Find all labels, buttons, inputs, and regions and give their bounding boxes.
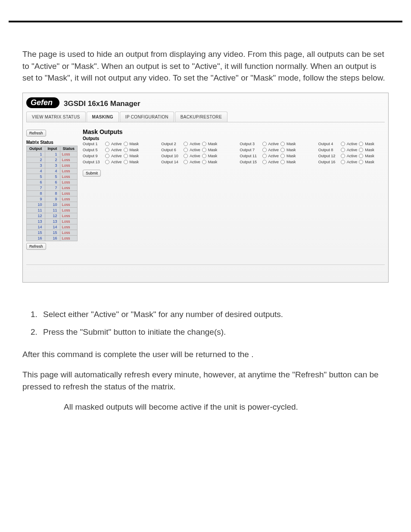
radio-mask[interactable] bbox=[280, 154, 285, 158]
mask-label: Mask bbox=[130, 142, 139, 146]
radio-active[interactable] bbox=[262, 160, 267, 164]
cell-input: 9 bbox=[45, 196, 60, 202]
cell-status: Loss bbox=[60, 207, 78, 213]
output-label: Output 3 bbox=[240, 142, 261, 146]
output-label: Output 7 bbox=[240, 148, 261, 152]
radio-active[interactable] bbox=[341, 148, 345, 152]
radio-active[interactable] bbox=[341, 154, 345, 158]
cell-input: 2 bbox=[45, 157, 60, 162]
radio-active[interactable] bbox=[184, 142, 188, 146]
refresh-button-bottom[interactable]: Refresh bbox=[26, 243, 46, 250]
tab-bar: VIEW MATRIX STATUS MASKING IP CONFIGURAT… bbox=[26, 112, 385, 122]
radio-active[interactable] bbox=[105, 148, 109, 152]
cell-output: 4 bbox=[27, 168, 45, 174]
mask-label: Mask bbox=[365, 148, 374, 152]
active-label: Active bbox=[347, 160, 358, 164]
output-cell: Output 4ActiveMask bbox=[318, 142, 385, 146]
cell-output: 14 bbox=[27, 224, 45, 230]
radio-active[interactable] bbox=[184, 148, 188, 152]
mask-label: Mask bbox=[130, 160, 139, 164]
cell-input: 13 bbox=[45, 218, 60, 224]
radio-active[interactable] bbox=[262, 154, 267, 158]
active-label: Active bbox=[268, 148, 279, 152]
steps-list: Select either "Active" or "Mask" for any… bbox=[22, 308, 389, 338]
col-output: Output bbox=[27, 146, 45, 151]
cell-status: Loss bbox=[60, 162, 78, 168]
cell-output: 1 bbox=[27, 151, 45, 157]
output-cell: Output 9ActiveMask bbox=[83, 154, 149, 158]
radio-mask[interactable] bbox=[124, 148, 128, 152]
after-paragraph: After this command is complete the user … bbox=[22, 348, 389, 361]
table-row: 1515Loss bbox=[27, 230, 78, 235]
output-cell: Output 2ActiveMask bbox=[161, 142, 227, 146]
output-cell: Output 7ActiveMask bbox=[240, 148, 306, 152]
radio-mask[interactable] bbox=[202, 148, 206, 152]
radio-mask[interactable] bbox=[359, 160, 363, 164]
app-title: 3GSDI 16x16 Manager bbox=[64, 100, 140, 108]
cell-output: 11 bbox=[27, 207, 45, 213]
output-cell: Output 6ActiveMask bbox=[161, 148, 227, 152]
output-label: Output 1 bbox=[83, 142, 103, 146]
tab-ip-configuration[interactable]: IP CONFIGURATION bbox=[120, 112, 174, 122]
radio-mask[interactable] bbox=[359, 148, 363, 152]
radio-active[interactable] bbox=[105, 142, 109, 146]
radio-mask[interactable] bbox=[280, 148, 285, 152]
output-label: Output 12 bbox=[318, 154, 339, 158]
radio-active[interactable] bbox=[184, 160, 188, 164]
table-row: 44Loss bbox=[27, 168, 78, 174]
radio-mask[interactable] bbox=[124, 160, 128, 164]
radio-active[interactable] bbox=[105, 154, 109, 158]
cell-status: Loss bbox=[60, 151, 78, 157]
tab-backup-restore[interactable]: BACKUP/RESTORE bbox=[175, 112, 227, 122]
output-cell: Output 15ActiveMask bbox=[240, 160, 306, 164]
radio-mask[interactable] bbox=[202, 160, 206, 164]
radio-active[interactable] bbox=[262, 148, 267, 152]
output-label: Output 16 bbox=[318, 160, 339, 164]
outputs-subtitle: Outputs bbox=[83, 136, 385, 141]
active-label: Active bbox=[190, 142, 200, 146]
radio-mask[interactable] bbox=[124, 142, 128, 146]
radio-mask[interactable] bbox=[359, 142, 363, 146]
mask-label: Mask bbox=[365, 154, 374, 158]
radio-active[interactable] bbox=[105, 160, 109, 164]
table-row: 1414Loss bbox=[27, 224, 78, 230]
active-label: Active bbox=[190, 154, 200, 158]
cell-output: 7 bbox=[27, 185, 45, 190]
output-label: Output 2 bbox=[161, 142, 182, 146]
radio-mask[interactable] bbox=[202, 142, 206, 146]
cell-input: 1 bbox=[45, 151, 60, 157]
active-label: Active bbox=[268, 160, 279, 164]
cell-output: 8 bbox=[27, 190, 45, 196]
col-input: Input bbox=[45, 146, 60, 151]
radio-active[interactable] bbox=[341, 160, 345, 164]
radio-active[interactable] bbox=[184, 154, 188, 158]
submit-button[interactable]: Submit bbox=[83, 170, 101, 177]
output-cell: Output 10ActiveMask bbox=[161, 154, 227, 158]
table-row: 1313Loss bbox=[27, 218, 78, 224]
output-cell: Output 12ActiveMask bbox=[318, 154, 385, 158]
cell-output: 13 bbox=[27, 218, 45, 224]
tab-view-matrix-status[interactable]: VIEW MATRIX STATUS bbox=[26, 112, 86, 122]
output-label: Output 6 bbox=[161, 148, 182, 152]
cell-status: Loss bbox=[60, 157, 78, 162]
radio-active[interactable] bbox=[341, 142, 345, 146]
step-1: Select either "Active" or "Mask" for any… bbox=[40, 308, 389, 320]
output-cell: Output 13ActiveMask bbox=[83, 160, 149, 164]
radio-mask[interactable] bbox=[280, 160, 285, 164]
table-row: 88Loss bbox=[27, 190, 78, 196]
cell-input: 5 bbox=[45, 174, 60, 179]
radio-mask[interactable] bbox=[280, 142, 285, 146]
table-row: 22Loss bbox=[27, 157, 78, 162]
radio-mask[interactable] bbox=[202, 154, 206, 158]
active-label: Active bbox=[111, 160, 122, 164]
tab-masking[interactable]: MASKING bbox=[87, 112, 119, 122]
radio-mask[interactable] bbox=[359, 154, 363, 158]
radio-mask[interactable] bbox=[124, 154, 128, 158]
refresh-button-top[interactable]: Refresh bbox=[26, 130, 46, 137]
cell-input: 14 bbox=[45, 224, 60, 230]
mask-label: Mask bbox=[208, 142, 218, 146]
output-label: Output 8 bbox=[318, 148, 339, 152]
radio-active[interactable] bbox=[262, 142, 267, 146]
mask-outputs-title: Mask Outputs bbox=[83, 128, 385, 135]
active-label: Active bbox=[268, 142, 279, 146]
